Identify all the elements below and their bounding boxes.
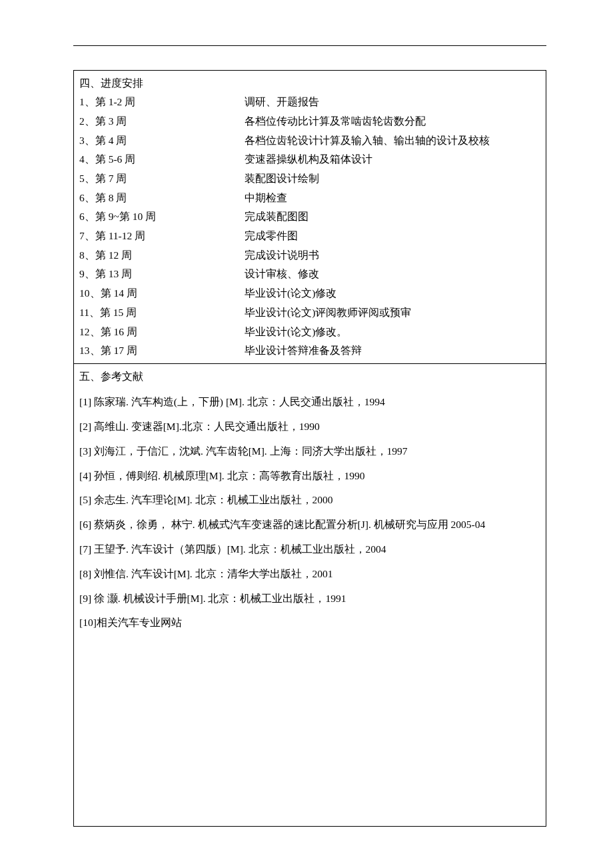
schedule-week: 12、第 16 周 — [79, 323, 245, 342]
schedule-week: 6、第 9~第 10 周 — [79, 207, 245, 227]
schedule-task: 调研、开题报告 — [245, 93, 540, 112]
schedule-task: 毕业设计(论文)修改。 — [245, 323, 540, 342]
schedule-week: 5、第 7 周 — [79, 169, 245, 189]
references-section: 五、参考文献 [1] 陈家瑞. 汽车构造(上，下册) [M]. 北京：人民交通出… — [74, 364, 546, 826]
schedule-task: 中期检查 — [245, 189, 540, 208]
reference-item: [3] 刘海江，于信汇，沈斌. 汽车齿轮[M]. 上海：同济大学出版社，1997 — [79, 443, 540, 460]
schedule-week: 6、第 8 周 — [79, 189, 245, 208]
schedule-week: 3、第 4 周 — [79, 131, 245, 151]
header-rule — [73, 45, 546, 46]
reference-item: [7] 王望予. 汽车设计（第四版）[M]. 北京：机械工业出版社，2004 — [79, 541, 540, 558]
reference-item: [2] 高维山. 变速器[M].北京：人民交通出版社，1990 — [79, 419, 540, 435]
schedule-task: 完成设计说明书 — [245, 246, 540, 265]
reference-item: [8] 刘惟信. 汽车设计[M]. 北京：清华大学出版社，2001 — [79, 566, 540, 583]
schedule-row: 10、第 14 周 毕业设计(论文)修改 — [79, 284, 540, 303]
schedule-week: 7、第 11-12 周 — [79, 227, 245, 246]
document-page: 四、进度安排 1、第 1-2 周 调研、开题报告 2、第 3 周 各档位传动比计… — [0, 0, 613, 868]
schedule-row: 11、第 15 周 毕业设计(论文)评阅教师评阅或预审 — [79, 303, 540, 323]
schedule-week: 1、第 1-2 周 — [79, 93, 245, 112]
content-box: 四、进度安排 1、第 1-2 周 调研、开题报告 2、第 3 周 各档位传动比计… — [73, 70, 546, 827]
schedule-week: 9、第 13 周 — [79, 265, 245, 284]
reference-item: [5] 余志生. 汽车理论[M]. 北京：机械工业出版社，2000 — [79, 492, 540, 509]
schedule-task: 变速器操纵机构及箱体设计 — [245, 150, 540, 169]
reference-item: [9] 徐 灏. 机械设计手册[M]. 北京：机械工业出版社，1991 — [79, 591, 540, 607]
schedule-week: 10、第 14 周 — [79, 284, 245, 303]
schedule-row: 7、第 11-12 周 完成零件图 — [79, 227, 540, 246]
schedule-task: 完成装配图图 — [245, 207, 540, 227]
schedule-task: 毕业设计(论文)修改 — [245, 284, 540, 303]
schedule-task: 各档位传动比计算及常啮齿轮齿数分配 — [245, 112, 540, 131]
schedule-task: 各档位齿轮设计计算及输入轴、输出轴的设计及校核 — [245, 131, 540, 151]
reference-item: [1] 陈家瑞. 汽车构造(上，下册) [M]. 北京：人民交通出版社，1994 — [79, 394, 540, 411]
schedule-task: 毕业设计(论文)评阅教师评阅或预审 — [245, 303, 540, 323]
reference-item: [4] 孙恒，傅则绍. 机械原理[M]. 北京：高等教育出版社，1990 — [79, 468, 540, 485]
schedule-week: 4、第 5-6 周 — [79, 150, 245, 169]
schedule-row: 1、第 1-2 周 调研、开题报告 — [79, 93, 540, 112]
schedule-task: 完成零件图 — [245, 227, 540, 246]
schedule-row: 2、第 3 周 各档位传动比计算及常啮齿轮齿数分配 — [79, 112, 540, 131]
schedule-task: 设计审核、修改 — [245, 265, 540, 284]
schedule-week: 13、第 17 周 — [79, 341, 245, 361]
schedule-section: 四、进度安排 1、第 1-2 周 调研、开题报告 2、第 3 周 各档位传动比计… — [74, 71, 546, 364]
schedule-task: 毕业设计答辩准备及答辩 — [245, 341, 540, 361]
schedule-row: 3、第 4 周 各档位齿轮设计计算及输入轴、输出轴的设计及校核 — [79, 131, 540, 151]
schedule-row: 6、第 9~第 10 周 完成装配图图 — [79, 207, 540, 227]
schedule-week: 11、第 15 周 — [79, 303, 245, 323]
schedule-title: 四、进度安排 — [79, 73, 540, 93]
schedule-row: 9、第 13 周 设计审核、修改 — [79, 265, 540, 284]
schedule-week: 2、第 3 周 — [79, 112, 245, 131]
reference-item: [10]相关汽车专业网站 — [79, 615, 540, 631]
schedule-row: 8、第 12 周 完成设计说明书 — [79, 246, 540, 265]
schedule-row: 4、第 5-6 周 变速器操纵机构及箱体设计 — [79, 150, 540, 169]
schedule-row: 13、第 17 周 毕业设计答辩准备及答辩 — [79, 341, 540, 361]
schedule-row: 12、第 16 周 毕业设计(论文)修改。 — [79, 323, 540, 342]
reference-item: [6] 蔡炳炎，徐勇， 林宁. 机械式汽车变速器的速比配置分析[J]. 机械研究… — [79, 517, 540, 533]
schedule-week: 8、第 12 周 — [79, 246, 245, 265]
references-title: 五、参考文献 — [79, 367, 540, 386]
schedule-task: 装配图设计绘制 — [245, 169, 540, 189]
schedule-row: 6、第 8 周 中期检查 — [79, 189, 540, 208]
schedule-row: 5、第 7 周 装配图设计绘制 — [79, 169, 540, 189]
